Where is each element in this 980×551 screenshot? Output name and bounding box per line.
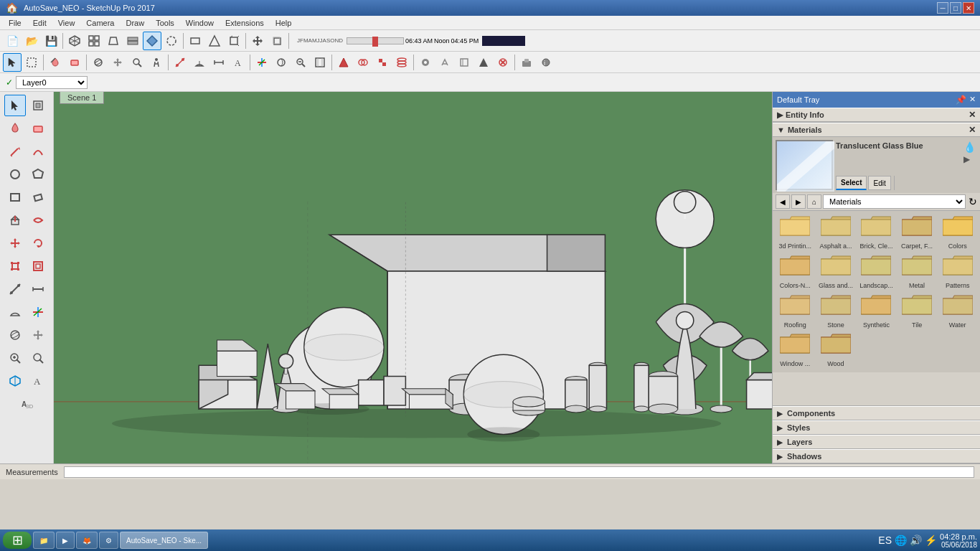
axes-left-btn[interactable] [27,301,49,323]
xray-btn[interactable] [162,32,181,50]
zoom2-tool[interactable] [291,53,310,72]
eyedropper-btn[interactable]: 💧 [963,141,976,153]
paint-bucket-tool[interactable] [46,53,65,72]
folder-synthetic[interactable]: Synthetic [857,293,896,331]
plugin-btn5[interactable] [494,53,512,72]
menu-camera[interactable]: Camera [80,17,120,29]
folder-asphalt[interactable]: Asphalt a... [816,214,856,252]
folder-colors[interactable]: Colors [938,214,977,252]
rotate-rect-btn[interactable] [27,187,49,208]
viewport[interactable]: Scene 1 [54,92,772,463]
text-left-btn[interactable]: A [27,370,49,392]
open-btn[interactable]: 📂 [22,32,41,50]
orbit-tool[interactable] [89,53,108,72]
move-left-btn[interactable] [4,232,26,254]
section-plane-btn[interactable] [4,370,26,392]
taskbar-media[interactable]: ▶ [56,532,75,549]
pan-tool[interactable] [108,53,127,72]
layer-visibility-check[interactable]: ✓ [6,77,13,88]
move-btn[interactable] [248,32,267,50]
tray-network[interactable]: 🌐 [895,534,907,546]
folder-colors-n[interactable]: Colors-N... [776,253,815,291]
tray-pin[interactable]: 📌 [956,95,966,105]
walk-tool[interactable] [147,53,166,72]
entity-info-close[interactable]: ✕ [969,110,976,120]
tape-left-btn[interactable] [4,278,26,300]
paint-left-btn[interactable] [4,118,26,139]
minimize-button[interactable]: ─ [937,2,948,14]
scene-tab[interactable]: Scene 1 [60,92,104,104]
select-tool[interactable] [3,53,22,72]
layer-tool[interactable] [392,53,411,72]
menu-file[interactable]: File [3,17,27,29]
scale-btn[interactable] [4,255,26,277]
offset-btn[interactable] [27,255,49,277]
folder-patterns[interactable]: Patterns [938,253,977,291]
taskbar-sketchup-window[interactable]: AutoSave_NEO - Ske... [120,532,208,549]
taskbar-sketchup-icon[interactable]: ⚙ [99,532,118,549]
materials-header[interactable]: ▼ Materials ✕ [773,123,980,137]
measurements-input[interactable] [64,466,974,478]
folder-landscape[interactable]: Landscap... [857,253,896,291]
intersect-tool[interactable] [354,53,372,72]
edit-tab-btn[interactable]: Edit [868,176,890,190]
3dtext-btn[interactable]: A3D [16,393,37,415]
component-btn[interactable] [225,32,243,50]
pan-left-btn[interactable] [27,324,49,346]
plugin-btn4[interactable] [474,53,493,72]
plugin-btn3[interactable] [455,53,473,72]
entity-info-header[interactable]: ▶ Entity Info ✕ [773,108,980,122]
tray-power[interactable]: ⚡ [925,534,937,546]
plugin-btn2[interactable] [435,53,454,72]
time-slider-handle[interactable] [372,37,378,47]
rect-left-btn[interactable] [4,187,26,208]
pencil-btn[interactable] [4,141,26,162]
menu-draw[interactable]: Draw [120,17,150,29]
close-button[interactable]: ✕ [963,2,974,14]
draw-shapes[interactable] [186,32,204,50]
menu-window[interactable]: Window [180,17,220,29]
maximize-button[interactable]: □ [950,2,961,14]
axes-tool[interactable] [253,53,271,72]
nav-refresh-btn[interactable]: ↻ [969,196,977,207]
materials-close[interactable]: ✕ [969,125,976,135]
menu-tools[interactable]: Tools [150,17,180,29]
nav-forward-btn[interactable]: ▶ [791,194,806,209]
style-btn[interactable] [143,32,161,50]
menu-extensions[interactable]: Extensions [220,17,270,29]
select-component-btn[interactable] [27,95,49,116]
select-tab-btn[interactable]: Select [836,176,867,190]
pushpull-btn[interactable] [4,209,26,231]
layer-select[interactable]: Layer0 [16,76,88,89]
save-btn[interactable]: 💾 [42,32,60,50]
folder-window[interactable]: Window ... [776,331,815,369]
tape-tool[interactable] [171,53,189,72]
folder-carpet[interactable]: Carpet, F... [897,214,937,252]
copy-btn[interactable] [268,32,286,50]
taskbar-explorer[interactable]: 📁 [33,532,55,549]
dimension-left-btn[interactable] [27,278,49,300]
fullscreen-tool[interactable] [311,53,329,72]
new-btn[interactable]: 📄 [3,32,22,50]
solid-tool[interactable] [373,53,392,72]
nav-home-btn[interactable]: ⌂ [807,194,821,209]
zoomext-left-btn[interactable] [27,347,49,369]
components-header[interactable]: ▶ Components [773,406,980,420]
shadows-header[interactable]: ▶ Shadows [773,449,980,463]
followme-btn[interactable] [27,209,49,231]
addon-btn2[interactable]: i [537,53,555,72]
iso-btn[interactable] [65,32,84,50]
plugin-btn1[interactable] [416,53,435,72]
persp-btn[interactable] [104,32,123,50]
section-btn[interactable] [123,32,142,50]
polygon-btn[interactable] [27,164,49,185]
arc-btn[interactable] [27,141,49,162]
menu-help[interactable]: Help [270,17,298,29]
folder-wood[interactable]: Wood [816,331,856,369]
folder-stone[interactable]: Stone [816,293,856,331]
eraser-left-btn[interactable] [27,118,49,139]
folder-glass[interactable]: Glass and... [816,253,856,291]
dimension-tool[interactable] [209,53,228,72]
orbit-left-btn[interactable] [4,324,26,346]
folder-water[interactable]: Water [938,293,977,331]
